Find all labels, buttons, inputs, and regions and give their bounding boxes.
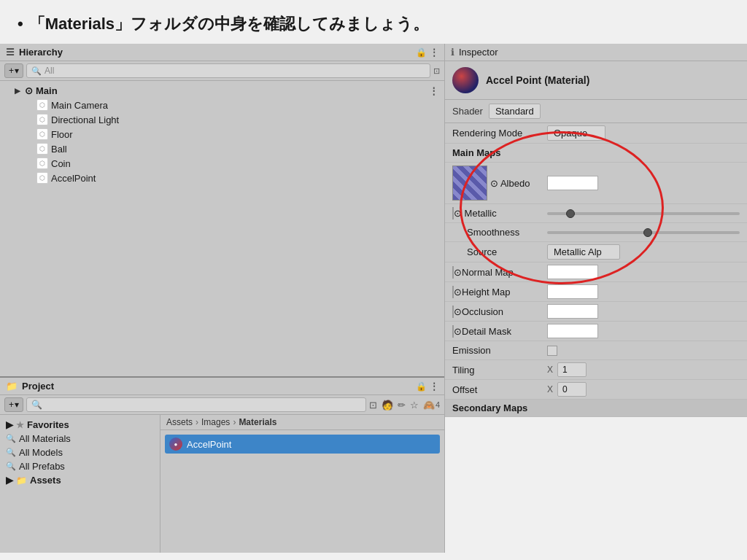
hierarchy-actions: 🔒 ⋮ (416, 47, 438, 58)
normal-map-field[interactable] (547, 265, 598, 279)
project-icon-2[interactable]: 🧑 (382, 400, 393, 411)
height-map-field[interactable] (547, 284, 598, 299)
project-files: ● AccelPoint (160, 430, 444, 553)
shader-dropdown[interactable]: Standard (489, 104, 541, 119)
assets-folder-icon: 📁 (16, 475, 27, 486)
occlusion-label: ⊙Occlusion (452, 306, 547, 317)
metallic-value (547, 212, 740, 215)
breadcrumb-materials[interactable]: Materials (239, 417, 276, 427)
hierarchy-item-main-camera[interactable]: ⬡ Main Camera (0, 98, 444, 112)
project-folder-icon: 📁 (6, 381, 18, 392)
offset-x-field[interactable]: 0 (557, 382, 587, 397)
magnify-icon: 🔍 (6, 462, 16, 471)
project-icon-1[interactable]: ⊡ (369, 400, 377, 411)
metallic-text: ⊙ Metallic (454, 208, 497, 219)
favorites-label: Favorites (27, 419, 69, 430)
hierarchy-main-item[interactable]: ▶ ⊙ Main ⋮ (0, 84, 444, 98)
offset-label: Offset (452, 384, 547, 395)
item-label-directional-light: Directional Light (51, 114, 119, 125)
inspector-title: Inspector (459, 47, 498, 58)
emission-label: Emission (452, 345, 547, 356)
assets-header: ▶ 📁 Assets (0, 473, 160, 487)
eye-slash-icon: 🙈 (423, 400, 435, 411)
breadcrumb-images[interactable]: Images (201, 417, 230, 427)
albedo-color[interactable] (547, 176, 598, 190)
detail-mask-field[interactable] (547, 324, 598, 338)
sidebar-item-all-materials[interactable]: 🔍 All Materials (0, 432, 160, 446)
slider-track (547, 212, 740, 215)
detail-mask-row: ⊙Detail Mask (445, 322, 747, 341)
albedo-text: ⊙ Albedo (490, 178, 530, 189)
project-icon-3[interactable]: ✏ (398, 400, 406, 411)
main-item-label: Main (36, 85, 58, 96)
favorites-header: ▶ ★ Favorites (0, 418, 160, 432)
info-icon: ℹ (451, 47, 454, 58)
hierarchy-item-coin[interactable]: ⬡ Coin (0, 156, 444, 171)
metallic-slider[interactable] (547, 212, 740, 215)
favorites-arrow: ▶ (6, 419, 13, 430)
title-text: 「Materials」フォルダの中身を確認してみましょう。 (29, 13, 429, 35)
offset-value: X 0 (547, 382, 740, 397)
hierarchy-toolbar: +▾ 🔍 All ⊡ (0, 61, 444, 81)
hierarchy-title: Hierarchy (19, 47, 411, 58)
hierarchy-lock-icon[interactable]: 🔒 (416, 47, 427, 58)
cube-icon: ⬡ (36, 172, 48, 184)
slider-thumb (643, 228, 652, 237)
search-icon: 🔍 (31, 66, 42, 76)
inspector-wrapper: ℹ Inspector Accel Point (Material) Shade… (445, 44, 747, 553)
item-label-accelpoint: AccelPoint (51, 173, 96, 184)
material-ball (452, 67, 479, 93)
occlusion-value (547, 304, 740, 319)
hierarchy-menu-icon[interactable]: ⋮ (430, 47, 438, 58)
bullet: • (18, 15, 23, 34)
hierarchy-add-button[interactable]: +▾ (4, 63, 23, 78)
detail-mask-label: ⊙Detail Mask (452, 326, 547, 337)
albedo-texture[interactable] (452, 166, 487, 201)
hierarchy-item-floor[interactable]: ⬡ Floor (0, 127, 444, 141)
hierarchy-expand-icon[interactable]: ⊡ (433, 66, 440, 76)
hierarchy-item-ball[interactable]: ⬡ Ball (0, 141, 444, 156)
slider-track (547, 231, 740, 234)
file-item-accelpoint[interactable]: ● AccelPoint (165, 435, 440, 454)
height-map-row: ⊙Height Map (445, 282, 747, 302)
rendering-mode-label: Rendering Mode (452, 128, 547, 139)
main-menu-icon[interactable]: ⋮ (429, 85, 438, 96)
tiling-x-field[interactable]: 1 (557, 362, 587, 377)
project-menu-icon[interactable]: ⋮ (430, 381, 438, 392)
hierarchy-item-accelpoint[interactable]: ⬡ AccelPoint (0, 171, 444, 185)
sidebar-item-all-prefabs[interactable]: 🔍 All Prefabs (0, 459, 160, 473)
cube-icon: ⬡ (36, 128, 48, 140)
normal-map-value (547, 265, 740, 279)
item-label-coin: Coin (51, 158, 71, 169)
tiling-x-label: X (547, 365, 553, 375)
project-icon-4[interactable]: ☆ (410, 400, 419, 411)
tiling-value: X 1 (547, 362, 740, 377)
inspector-header: ℹ Inspector (445, 44, 747, 61)
project-lock-icon[interactable]: 🔒 (416, 381, 427, 392)
smoothness-label: Smoothness (452, 227, 547, 238)
project-search-box[interactable]: 🔍 (26, 397, 366, 412)
secondary-maps-label: Secondary Maps (445, 400, 747, 417)
cube-icon: ⬡ (36, 158, 48, 169)
project-content: ▶ ★ Favorites 🔍 All Materials 🔍 All Mode… (0, 415, 444, 553)
source-dropdown[interactable]: Metallic Alp (547, 244, 620, 260)
metallic-row: ⊙ Metallic (445, 204, 747, 223)
emission-checkbox[interactable] (547, 346, 557, 356)
project-toolbar-icons: ⊡ 🧑 ✏ ☆ 🙈 4 (369, 400, 440, 411)
emission-row: Emission (445, 341, 747, 360)
hierarchy-panel: ☰ Hierarchy 🔒 ⋮ +▾ 🔍 All ⊡ (0, 44, 444, 378)
project-add-button[interactable]: +▾ (4, 397, 23, 412)
project-panel: 📁 Project 🔒 ⋮ +▾ 🔍 ⊡ 🧑 ✏ ☆ (0, 378, 444, 553)
smoothness-slider[interactable] (547, 231, 740, 234)
source-label: Source (452, 246, 547, 257)
tiling-label: Tiling (452, 365, 547, 376)
hierarchy-item-directional-light[interactable]: ⬡ Directional Light (0, 112, 444, 127)
sidebar-item-all-models[interactable]: 🔍 All Models (0, 446, 160, 459)
project-title: Project (22, 381, 411, 392)
file-label-accelpoint: AccelPoint (187, 439, 231, 450)
header-text: • 「Materials」フォルダの中身を確認してみましょう。 (0, 0, 747, 44)
breadcrumb-assets[interactable]: Assets (166, 417, 193, 427)
occlusion-field[interactable] (547, 304, 598, 319)
rendering-mode-dropdown[interactable]: Opaque (547, 125, 605, 141)
breadcrumb-sep1: › (196, 417, 198, 427)
